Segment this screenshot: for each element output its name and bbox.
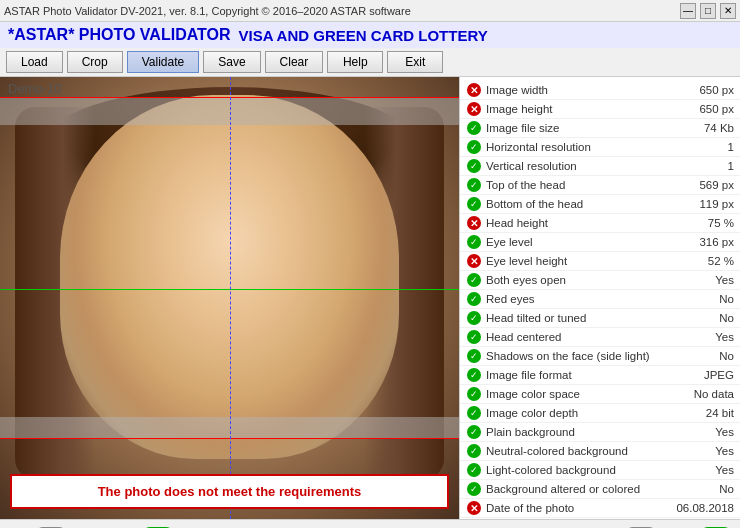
validate-button[interactable]: Validate — [127, 51, 199, 73]
info-label: Neutral-colored background — [486, 445, 674, 457]
info-value: 650 px — [674, 103, 734, 115]
crop-button[interactable]: Crop — [67, 51, 123, 73]
ok-icon: ✓ — [466, 348, 482, 364]
ok-icon: ✓ — [466, 177, 482, 193]
info-row: ✓Head centeredYes — [460, 328, 740, 347]
info-row: ✓Red eyesNo — [460, 290, 740, 309]
info-row: ✓Background altered or coloredNo — [460, 480, 740, 499]
error-icon: ✕ — [466, 215, 482, 231]
clear-button[interactable]: Clear — [265, 51, 324, 73]
ok-icon: ✓ — [466, 405, 482, 421]
info-value: Yes — [674, 274, 734, 286]
ok-icon: ✓ — [466, 291, 482, 307]
info-row: ✓Image color spaceNo data — [460, 385, 740, 404]
info-value: 1 — [674, 160, 734, 172]
info-label: Both eyes open — [486, 274, 674, 286]
ok-icon: ✓ — [466, 462, 482, 478]
load-button[interactable]: Load — [6, 51, 63, 73]
info-label: Horizontal resolution — [486, 141, 674, 153]
info-label: Head centered — [486, 331, 674, 343]
info-value: 52 % — [674, 255, 734, 267]
error-icon: ✕ — [466, 500, 482, 516]
ok-icon: ✓ — [466, 196, 482, 212]
error-icon: ✕ — [466, 101, 482, 117]
app-title-astar: *ASTAR* PHOTO VALIDATOR — [8, 26, 231, 44]
ok-icon: ✓ — [466, 424, 482, 440]
info-label: Background altered or colored — [486, 483, 674, 495]
title-bar-title: ASTAR Photo Validator DV-2021, ver. 8.1,… — [4, 5, 411, 17]
info-row: ✓Top of the head569 px — [460, 176, 740, 195]
ok-icon: ✓ — [466, 367, 482, 383]
ok-icon: ✓ — [466, 158, 482, 174]
ok-icon: ✓ — [466, 386, 482, 402]
info-label: Image color space — [486, 388, 674, 400]
info-value: 74 Kb — [674, 122, 734, 134]
ok-icon: ✓ — [466, 139, 482, 155]
info-value: No — [674, 293, 734, 305]
ok-icon: ✓ — [466, 272, 482, 288]
ok-icon: ✓ — [466, 120, 482, 136]
info-value: 06.08.2018 — [674, 502, 734, 514]
info-value: No — [674, 350, 734, 362]
info-row: ✓Image file formatJPEG — [460, 366, 740, 385]
maximize-button[interactable]: □ — [700, 3, 716, 19]
info-row: ✕Image height650 px — [460, 100, 740, 119]
info-value: Yes — [674, 331, 734, 343]
info-row: ✓Vertical resolution1 — [460, 157, 740, 176]
toolbar: Load Crop Validate Save Clear Help Exit — [0, 48, 740, 77]
info-value: 119 px — [674, 198, 734, 210]
ok-icon: ✓ — [466, 329, 482, 345]
demo-label: Demo-10 — [8, 81, 61, 96]
info-value: No — [674, 312, 734, 324]
info-row: ✓Image file size74 Kb — [460, 119, 740, 138]
info-label: Light-colored background — [486, 464, 674, 476]
info-row: ✓Valid file nameYes — [460, 518, 740, 519]
info-row: ✓Light-colored backgroundYes — [460, 461, 740, 480]
help-button[interactable]: Help — [327, 51, 383, 73]
info-value: No — [674, 483, 734, 495]
ok-icon: ✓ — [466, 310, 482, 326]
blue-center-line — [230, 77, 231, 519]
info-label: Head height — [486, 217, 674, 229]
minimize-button[interactable]: — — [680, 3, 696, 19]
info-label: Plain background — [486, 426, 674, 438]
info-value: 316 px — [674, 236, 734, 248]
info-value: No data — [674, 388, 734, 400]
exit-button[interactable]: Exit — [387, 51, 443, 73]
info-row: ✓Shadows on the face (side light)No — [460, 347, 740, 366]
info-value: 569 px — [674, 179, 734, 191]
info-value: 24 bit — [674, 407, 734, 419]
info-value: Yes — [674, 426, 734, 438]
title-bar: ASTAR Photo Validator DV-2021, ver. 8.1,… — [0, 0, 740, 22]
info-label: Shadows on the face (side light) — [486, 350, 674, 362]
info-label: Head tilted or tuned — [486, 312, 674, 324]
error-icon: ✕ — [466, 253, 482, 269]
info-row: ✓Neutral-colored backgroundYes — [460, 442, 740, 461]
info-row: ✓Image color depth24 bit — [460, 404, 740, 423]
info-row: ✓Plain backgroundYes — [460, 423, 740, 442]
info-row: ✕Image width650 px — [460, 81, 740, 100]
info-label: Image width — [486, 84, 674, 96]
main-area: Demo-10 The photo does not meet the requ… — [0, 77, 740, 519]
ok-icon: ✓ — [466, 234, 482, 250]
photo-container: The photo does not meet the requirements — [0, 77, 459, 519]
info-row: ✓Both eyes openYes — [460, 271, 740, 290]
app-header: *ASTAR* PHOTO VALIDATOR VISA AND GREEN C… — [0, 22, 740, 48]
info-value: 1 — [674, 141, 734, 153]
info-row: ✓Head tilted or tunedNo — [460, 309, 740, 328]
info-value: Yes — [674, 445, 734, 457]
close-button[interactable]: ✕ — [720, 3, 736, 19]
info-row: ✕Head height75 % — [460, 214, 740, 233]
info-value: JPEG — [674, 369, 734, 381]
title-bar-controls[interactable]: — □ ✕ — [680, 3, 736, 19]
status-bar: Visa Green Card Scanner Photo — [0, 519, 740, 528]
info-row: ✕Eye level height52 % — [460, 252, 740, 271]
info-label: Eye level height — [486, 255, 674, 267]
info-label: Image color depth — [486, 407, 674, 419]
info-value: 650 px — [674, 84, 734, 96]
info-label: Red eyes — [486, 293, 674, 305]
info-label: Vertical resolution — [486, 160, 674, 172]
info-value: 75 % — [674, 217, 734, 229]
warning-text: The photo does not meet the requirements — [98, 484, 362, 499]
save-button[interactable]: Save — [203, 51, 260, 73]
